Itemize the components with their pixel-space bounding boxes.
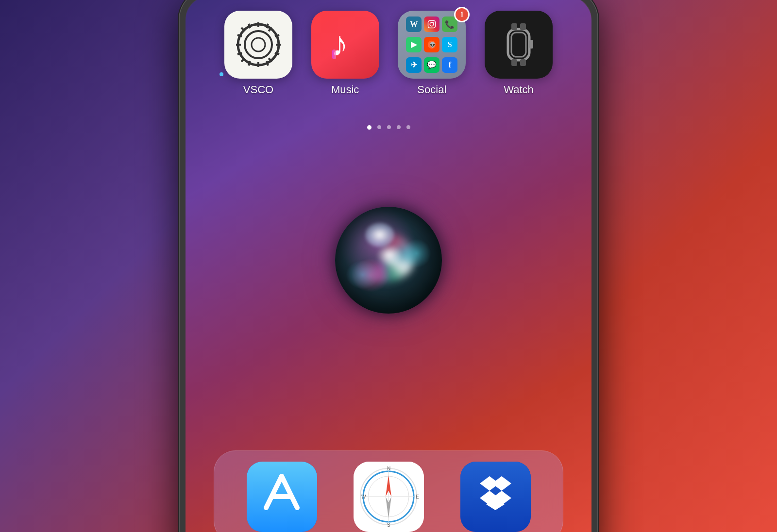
vsco-icon: [224, 11, 292, 79]
svg-rect-21: [428, 21, 436, 28]
app-item-music[interactable]: ♪ Music: [311, 11, 379, 96]
svg-line-17: [249, 61, 250, 66]
vsco-label: VSCO: [243, 83, 273, 96]
phone-frame: VSCO ♪: [180, 0, 597, 532]
apps-area: VSCO ♪: [186, 11, 591, 154]
svg-text:E: E: [416, 494, 419, 499]
svg-point-23: [433, 22, 434, 23]
mini-app-reddit: 👽: [424, 37, 439, 52]
watch-icon: [485, 11, 553, 79]
svg-line-18: [267, 61, 268, 66]
music-label: Music: [331, 83, 359, 96]
vsco-dot-indicator: [220, 72, 223, 76]
svg-rect-27: [511, 33, 526, 57]
page-dot-1: [367, 125, 372, 130]
svg-rect-20: [332, 50, 336, 59]
social-label: Social: [417, 83, 446, 96]
svg-line-7: [241, 28, 245, 31]
music-icon: ♪: [311, 11, 379, 79]
mini-app-facetime: ▶: [406, 37, 422, 52]
page-dot-2: [377, 125, 381, 129]
svg-text:W: W: [361, 494, 366, 499]
mini-app-wechat: 💬: [424, 57, 439, 73]
mini-app-telegram: ✈: [406, 57, 422, 73]
notification-badge-social: 1: [454, 7, 470, 22]
svg-point-1: [245, 31, 272, 58]
dock-appstore-icon[interactable]: [247, 462, 317, 532]
svg-rect-30: [520, 23, 526, 30]
social-folder-icon: W 📞: [398, 11, 466, 79]
watch-label: Watch: [504, 83, 534, 96]
mini-app-wordpress: W: [406, 17, 422, 32]
dock-dropbox-icon[interactable]: [460, 462, 531, 532]
page-dot-5: [406, 125, 410, 129]
svg-text:N: N: [387, 466, 390, 471]
svg-point-22: [430, 23, 434, 27]
app-item-watch[interactable]: Watch: [485, 11, 553, 96]
siri-blue-blob: [346, 260, 380, 289]
svg-line-15: [249, 24, 250, 28]
svg-point-2: [252, 38, 265, 51]
svg-line-16: [267, 24, 268, 28]
siri-orb[interactable]: [335, 207, 442, 314]
dock: N S W E: [214, 450, 563, 532]
dock-safari-icon[interactable]: N S W E: [354, 462, 424, 532]
top-apps-row: VSCO ♪: [215, 11, 562, 96]
svg-text:👽: 👽: [429, 42, 436, 48]
page-dot-4: [397, 125, 401, 129]
page-dots: [215, 125, 562, 130]
svg-line-11: [237, 35, 242, 36]
phone-screen: VSCO ♪: [186, 0, 591, 532]
phone-container: VSCO ♪: [0, 0, 777, 532]
svg-line-12: [275, 35, 279, 36]
svg-rect-32: [520, 59, 526, 66]
mini-app-skype: S: [442, 37, 457, 52]
svg-line-13: [237, 53, 242, 54]
app-item-social[interactable]: W 📞: [398, 11, 466, 96]
svg-rect-31: [511, 59, 517, 66]
mini-app-instagram: [424, 17, 439, 32]
app-item-vsco[interactable]: VSCO: [224, 11, 292, 96]
mini-app-facebook: f: [442, 57, 457, 73]
svg-line-14: [275, 53, 279, 54]
siri-bright-center: [376, 244, 403, 266]
svg-line-9: [241, 58, 245, 62]
svg-text:S: S: [387, 522, 390, 528]
page-dot-3: [387, 125, 391, 129]
svg-rect-28: [529, 40, 533, 49]
svg-rect-29: [511, 23, 517, 30]
